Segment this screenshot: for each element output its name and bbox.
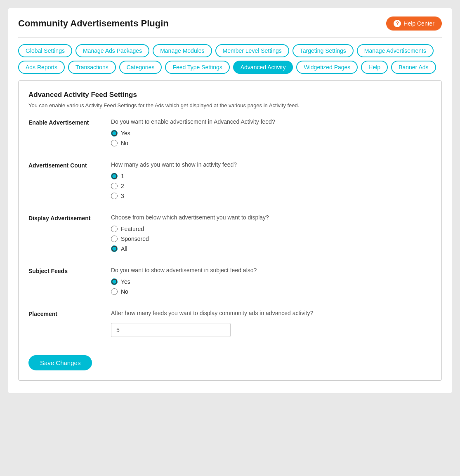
radio-input-display-advertisement-all[interactable] (111, 245, 118, 252)
radio-input-subject-feeds-no[interactable] (111, 288, 118, 295)
radio-label-advertisement-count-2: 2 (121, 183, 124, 189)
section-display-advertisement: Display AdvertisementChoose from below w… (28, 214, 432, 255)
content-placement: After how many feeds you want to display… (111, 310, 432, 337)
tab-manage-modules[interactable]: Manage Modules (153, 44, 212, 57)
radio-label-advertisement-count-1: 1 (121, 173, 124, 179)
help-center-button[interactable]: ? Help Center (386, 16, 442, 31)
radio-input-display-advertisement-featured[interactable] (111, 226, 118, 232)
radio-option-advertisement-count-2[interactable]: 2 (111, 183, 432, 189)
radio-label-enable-advertisement-yes: Yes (121, 130, 130, 137)
radio-input-advertisement-count-3[interactable] (111, 193, 118, 199)
question-subject-feeds: Do you want to show advertisement in sub… (111, 267, 432, 273)
tab-transactions[interactable]: Transactions (68, 61, 116, 74)
tab-ads-reports[interactable]: Ads Reports (18, 61, 65, 74)
tab-targeting-settings[interactable]: Targeting Settings (293, 44, 354, 57)
tab-advanced-activity[interactable]: Advanced Activity (233, 61, 293, 74)
label-advertisement-count: Advertisement Count (28, 161, 111, 169)
radio-label-subject-feeds-yes: Yes (121, 278, 130, 285)
header-row: Community Advertisements Plugin ? Help C… (18, 16, 442, 31)
radio-option-display-advertisement-featured[interactable]: Featured (111, 226, 432, 232)
settings-container: Enable AdvertisementDo you want to enabl… (28, 118, 432, 337)
radio-input-advertisement-count-2[interactable] (111, 183, 118, 189)
tab-manage-ads-packages[interactable]: Manage Ads Packages (75, 44, 149, 57)
radio-label-subject-feeds-no: No (121, 288, 128, 295)
section-placement: PlacementAfter how many feeds you want t… (28, 310, 432, 337)
tab-global-settings[interactable]: Global Settings (18, 44, 72, 57)
nav-tabs: Global SettingsManage Ads PackagesManage… (18, 44, 442, 74)
radio-option-display-advertisement-all[interactable]: All (111, 245, 432, 252)
tab-feed-type-settings[interactable]: Feed Type Settings (165, 61, 229, 74)
tab-banner-ads[interactable]: Banner Ads (391, 61, 436, 74)
radio-label-display-advertisement-all: All (121, 245, 127, 252)
label-subject-feeds: Subject Feeds (28, 267, 111, 274)
question-display-advertisement: Choose from below which advertisement yo… (111, 214, 432, 221)
radio-option-advertisement-count-3[interactable]: 3 (111, 193, 432, 199)
page-wrapper: Community Advertisements Plugin ? Help C… (8, 8, 452, 393)
placement-input[interactable] (111, 323, 231, 337)
question-enable-advertisement: Do you want to enable advertisement in A… (111, 118, 432, 125)
question-placement: After how many feeds you want to display… (111, 310, 432, 316)
content-box: Advanced Activity Feed Settings You can … (18, 80, 442, 381)
label-display-advertisement: Display Advertisement (28, 214, 111, 222)
section-advertisement-count: Advertisement CountHow many ads you want… (28, 161, 432, 203)
radio-input-enable-advertisement-no[interactable] (111, 140, 118, 146)
tab-categories[interactable]: Categories (119, 61, 162, 74)
content-title: Advanced Activity Feed Settings (28, 91, 432, 99)
radio-input-display-advertisement-sponsored[interactable] (111, 236, 118, 242)
section-subject-feeds: Subject FeedsDo you want to show adverti… (28, 267, 432, 298)
radio-input-enable-advertisement-yes[interactable] (111, 130, 118, 137)
page-title: Community Advertisements Plugin (18, 18, 169, 29)
radio-label-advertisement-count-3: 3 (121, 193, 124, 199)
radio-option-subject-feeds-yes[interactable]: Yes (111, 278, 432, 285)
tab-member-level-settings[interactable]: Member Level Settings (215, 44, 289, 57)
radio-option-display-advertisement-sponsored[interactable]: Sponsored (111, 236, 432, 242)
radio-option-enable-advertisement-yes[interactable]: Yes (111, 130, 432, 137)
label-placement: Placement (28, 310, 111, 317)
content-advertisement-count: How many ads you want to show in activit… (111, 161, 432, 203)
content-enable-advertisement: Do you want to enable advertisement in A… (111, 118, 432, 150)
radio-label-display-advertisement-sponsored: Sponsored (121, 236, 149, 242)
header-divider (18, 37, 442, 38)
section-enable-advertisement: Enable AdvertisementDo you want to enabl… (28, 118, 432, 150)
save-changes-button[interactable]: Save Changes (28, 355, 92, 370)
tab-help[interactable]: Help (361, 61, 388, 74)
radio-input-advertisement-count-1[interactable] (111, 173, 118, 179)
radio-option-subject-feeds-no[interactable]: No (111, 288, 432, 295)
question-advertisement-count: How many ads you want to show in activit… (111, 161, 432, 168)
content-display-advertisement: Choose from below which advertisement yo… (111, 214, 432, 255)
tab-manage-advertisements[interactable]: Manage Advertisements (357, 44, 434, 57)
radio-label-enable-advertisement-no: No (121, 140, 128, 146)
content-desc: You can enable various Activity Feed Set… (28, 102, 432, 108)
radio-input-subject-feeds-yes[interactable] (111, 278, 118, 285)
content-subject-feeds: Do you want to show advertisement in sub… (111, 267, 432, 298)
help-icon: ? (394, 20, 401, 27)
label-enable-advertisement: Enable Advertisement (28, 118, 111, 126)
tab-widgetized-pages[interactable]: Widgetized Pages (296, 61, 358, 74)
radio-option-advertisement-count-1[interactable]: 1 (111, 173, 432, 179)
radio-option-enable-advertisement-no[interactable]: No (111, 140, 432, 146)
radio-label-display-advertisement-featured: Featured (121, 226, 144, 232)
